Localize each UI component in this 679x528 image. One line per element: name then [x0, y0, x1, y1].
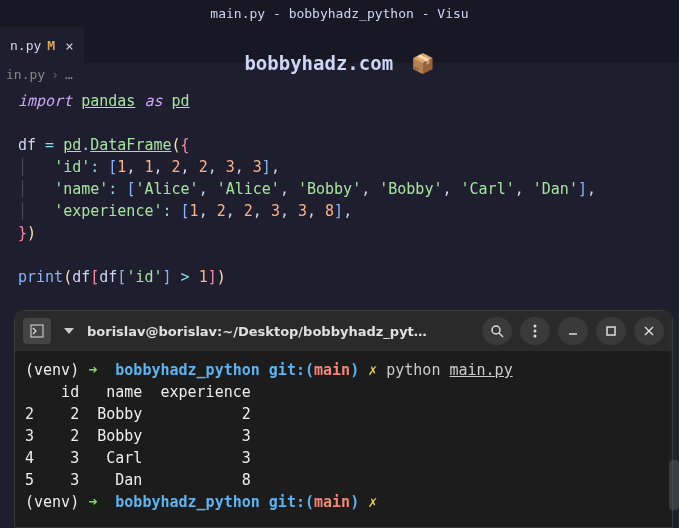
scrollbar-thumb[interactable]: [669, 460, 679, 510]
tab-filename: n.py: [10, 38, 41, 53]
svg-line-2: [499, 333, 503, 337]
terminal-panel: borislav@borislav:~/Desktop/bobbyhadz_py…: [14, 310, 673, 528]
prompt-arrow-icon: ➜: [88, 361, 97, 379]
prompt-dir: bobbyhadz_python: [115, 361, 260, 379]
op-eq: =: [45, 136, 54, 154]
maximize-icon[interactable]: [596, 317, 626, 345]
svg-point-4: [534, 330, 537, 333]
indent-guide: │: [18, 158, 54, 176]
output-row: 5 3 Dan 8: [25, 471, 251, 489]
prompt-git: git:: [269, 361, 305, 379]
venv-indicator: (venv): [25, 361, 79, 379]
output-row: 3 2 Bobby 3: [25, 427, 251, 445]
git-branch: main: [314, 361, 350, 379]
svg-point-5: [534, 335, 537, 338]
terminal-title: borislav@borislav:~/Desktop/bobbyhadz_py…: [87, 324, 474, 339]
key-experience: 'experience': [54, 202, 162, 220]
close-brace: }: [18, 224, 27, 242]
module-pandas: pandas: [81, 92, 135, 110]
search-icon[interactable]: [482, 317, 512, 345]
minimize-icon[interactable]: [558, 317, 588, 345]
close-terminal-icon[interactable]: [634, 317, 664, 345]
svg-rect-7: [607, 327, 615, 335]
key-name: 'name': [54, 180, 108, 198]
tab-bar: n.py M ×: [0, 27, 679, 63]
svg-point-3: [534, 325, 537, 328]
op-dot: .: [81, 136, 90, 154]
output-header: id name experience: [25, 383, 251, 401]
var-df: df: [18, 136, 36, 154]
cmd-python: python: [386, 361, 440, 379]
dirty-indicator-icon: ✗: [368, 361, 377, 379]
output-row: 2 2 Bobby 2: [25, 405, 251, 423]
svg-rect-0: [31, 325, 43, 337]
tab-modified-indicator: M: [47, 38, 55, 53]
terminal-icon[interactable]: [23, 318, 51, 344]
keyword-import: import: [18, 92, 72, 110]
key-id: 'id': [54, 158, 90, 176]
breadcrumb[interactable]: in.py › …: [0, 63, 679, 86]
ref-dataframe: DataFrame: [90, 136, 171, 154]
close-paren: ): [27, 224, 36, 242]
breadcrumb-more: …: [65, 67, 73, 82]
code-editor[interactable]: import pandas as pd df = pd.DataFrame({ …: [0, 86, 679, 298]
ref-pd: pd: [63, 136, 81, 154]
terminal-titlebar: borislav@borislav:~/Desktop/bobbyhadz_py…: [15, 311, 672, 351]
svg-point-1: [492, 326, 500, 334]
keyword-as: as: [144, 92, 162, 110]
alias-pd: pd: [172, 92, 190, 110]
fn-print: print: [18, 268, 63, 286]
editor-tab[interactable]: n.py M ×: [0, 27, 84, 63]
open-brace: {: [181, 136, 190, 154]
breadcrumb-file: in.py: [6, 67, 45, 82]
open-paren: (: [172, 136, 181, 154]
terminal-output[interactable]: (venv) ➜ bobbyhadz_python git:(main) ✗ p…: [15, 351, 672, 527]
terminal-dropdown-icon[interactable]: [59, 318, 79, 344]
window-title: main.py - bobbyhadz_python - Visu: [0, 0, 679, 27]
chevron-right-icon: ›: [51, 67, 59, 82]
output-row: 4 3 Carl 3: [25, 449, 251, 467]
close-icon[interactable]: ×: [65, 38, 73, 54]
cmd-file: main.py: [449, 361, 512, 379]
menu-icon[interactable]: [520, 317, 550, 345]
